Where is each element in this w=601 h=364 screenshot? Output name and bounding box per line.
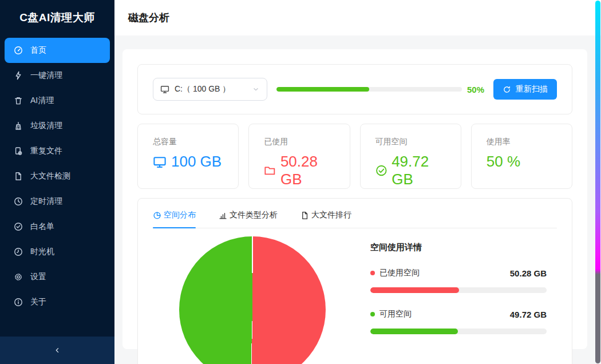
stat-value-text: 100 GB — [171, 153, 222, 171]
stat-value-text: 50 % — [487, 153, 520, 171]
monitor-icon — [160, 85, 169, 94]
tab-large-file-ranking[interactable]: 大文件排行 — [300, 210, 351, 228]
stat-label: 使用率 — [487, 137, 557, 147]
tab-space-distribution[interactable]: 空间分布 — [153, 210, 196, 228]
stat-value-text: 49.72 GB — [392, 153, 446, 188]
chevron-down-icon — [252, 85, 260, 93]
scan-progress-fill — [276, 87, 369, 92]
sidebar-item-label: 白名单 — [30, 221, 54, 232]
sidebar-item-junk-clean[interactable]: 垃圾清理 — [5, 113, 110, 139]
bar-chart-icon — [219, 211, 227, 220]
scan-progress-track — [276, 87, 462, 92]
sidebar-item-duplicate-files[interactable]: 重复文件 — [5, 139, 110, 164]
pie-chart-icon — [153, 211, 161, 220]
sidebar-item-about[interactable]: 关于 — [5, 290, 110, 315]
stat-value: 50.28 GB — [264, 153, 334, 188]
stat-value: 49.72 GB — [375, 153, 446, 188]
stat-value: 100 GB — [153, 153, 223, 171]
trash-icon — [14, 96, 23, 105]
sidebar-item-time-machine[interactable]: 时光机 — [5, 239, 110, 264]
sidebar-item-settings[interactable]: 设置 — [5, 264, 110, 290]
sidebar-item-label: 设置 — [30, 272, 46, 282]
sidebar-item-label: 时光机 — [30, 247, 54, 257]
refresh-icon — [503, 85, 511, 94]
drive-select[interactable]: C:（ 100 GB ） — [153, 78, 267, 101]
scrollbar-thumb[interactable] — [595, 1, 600, 363]
rescan-button-label: 重新扫描 — [516, 84, 548, 94]
disk-analysis-panel: C:（ 100 GB ） 50% 重新扫描 总容量100 GB已使用50.28 … — [122, 49, 587, 349]
sidebar-item-one-click-clean[interactable]: 一键清理 — [5, 63, 110, 88]
stat-card: 总容量100 GB — [137, 124, 239, 189]
sidebar-item-label: AI清理 — [30, 96, 54, 106]
tab-label: 文件类型分析 — [230, 210, 278, 220]
sidebar-item-label: 一键清理 — [30, 70, 62, 81]
info-icon — [14, 298, 23, 307]
sidebar-item-whitelist[interactable]: 白名单 — [5, 214, 110, 239]
file-icon — [14, 172, 23, 181]
tab-file-type-analysis[interactable]: 文件类型分析 — [219, 210, 278, 228]
sidebar-item-home[interactable]: 首页 — [5, 38, 110, 63]
sidebar: C盘AI清理大师 首页一键清理AI清理垃圾清理重复文件大文件检测定时清理白名单时… — [0, 0, 114, 364]
sidebar-item-label: 垃圾清理 — [30, 121, 62, 131]
sidebar-item-label: 重复文件 — [30, 146, 62, 156]
tab-bar: 空间分布文件类型分析大文件排行 — [153, 210, 557, 228]
detail-progress-track — [370, 287, 547, 293]
space-pie-chart — [179, 236, 326, 364]
tab-label: 空间分布 — [164, 210, 196, 220]
sidebar-item-label: 大文件检测 — [30, 171, 70, 181]
clock-icon — [14, 197, 23, 206]
detail-rows: 已使用空间50.28 GB可用空间49.72 GB — [370, 268, 547, 334]
detail-progress-fill — [370, 329, 458, 334]
detail-label: 可用空间 — [379, 309, 412, 319]
main-area: 磁盘分析 C:（ 100 GB ） 50% 重新扫描 总容量100 GB已使用5 — [114, 0, 601, 364]
sidebar-item-ai-clean[interactable]: AI清理 — [5, 88, 110, 113]
sidebar-item-label: 关于 — [30, 297, 46, 307]
tab-label: 大文件排行 — [311, 210, 351, 220]
detail-label: 已使用空间 — [379, 268, 420, 278]
detail-value: 50.28 GB — [510, 268, 547, 278]
scan-card: C:（ 100 GB ） 50% 重新扫描 — [137, 64, 572, 114]
sidebar-item-label: 定时清理 — [30, 196, 62, 207]
stat-card: 已使用50.28 GB — [248, 124, 350, 189]
chart-area: 空间使用详情 已使用空间50.28 GB可用空间49.72 GB — [153, 228, 557, 364]
chevron-left-icon — [53, 346, 61, 354]
sidebar-nav: 首页一键清理AI清理垃圾清理重复文件大文件检测定时清理白名单时光机设置关于 — [0, 35, 114, 337]
page-header: 磁盘分析 — [114, 0, 601, 35]
page-title: 磁盘分析 — [128, 11, 169, 25]
folder-icon — [264, 164, 276, 177]
dashboard-icon — [14, 46, 23, 55]
scan-progress-label: 50% — [467, 85, 484, 94]
detail-progress-fill — [370, 287, 459, 293]
check-circle-icon — [375, 164, 388, 177]
detail-value: 49.72 GB — [510, 310, 547, 319]
stat-label: 已使用 — [264, 137, 334, 147]
stat-card: 使用率50 % — [471, 124, 572, 189]
space-usage-details: 空间使用详情 已使用空间50.28 GB可用空间49.72 GB — [370, 228, 547, 364]
stat-card: 可用空间49.72 GB — [360, 124, 461, 189]
gear-icon — [14, 272, 23, 282]
stats-row: 总容量100 GB已使用50.28 GB可用空间49.72 GB使用率50 % — [137, 124, 572, 189]
content: C:（ 100 GB ） 50% 重新扫描 总容量100 GB已使用50.28 … — [114, 35, 601, 349]
sidebar-item-label: 首页 — [30, 45, 46, 56]
stat-label: 总容量 — [153, 137, 223, 147]
lightning-icon — [14, 71, 23, 80]
document-icon — [300, 211, 309, 220]
sidebar-collapse-button[interactable] — [0, 337, 114, 364]
app-title: C盘AI清理大师 — [0, 0, 114, 35]
legend-dot — [370, 271, 375, 275]
legend-dot — [370, 312, 375, 316]
shield-check-icon — [14, 222, 23, 231]
drive-select-value: C:（ 100 GB ） — [175, 84, 230, 94]
detail-row: 已使用空间50.28 GB — [370, 268, 547, 293]
broom-icon — [14, 121, 23, 130]
rescan-button[interactable]: 重新扫描 — [493, 79, 557, 100]
sidebar-item-scheduled-clean[interactable]: 定时清理 — [5, 189, 110, 214]
sidebar-item-large-file-scan[interactable]: 大文件检测 — [5, 164, 110, 189]
analysis-tab-card: 空间分布文件类型分析大文件排行 空间使用详情 已使用空间50.28 GB可用空间… — [137, 198, 572, 364]
detail-row: 可用空间49.72 GB — [370, 309, 547, 334]
detail-progress-track — [370, 329, 547, 334]
stat-value: 50 % — [487, 153, 557, 171]
monitor-icon — [153, 155, 167, 169]
stat-label: 可用空间 — [375, 137, 446, 147]
details-title: 空间使用详情 — [370, 242, 547, 253]
